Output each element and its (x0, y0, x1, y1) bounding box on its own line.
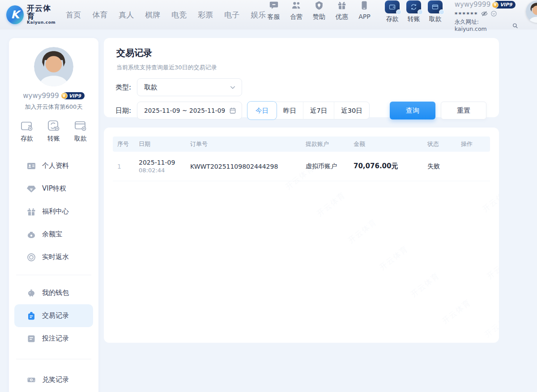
user-info-block: wywy9999 V VIP9 ****** 永久网址: kaiyun.com (455, 0, 519, 32)
topbar-withdraw-item[interactable]: 取款 (427, 0, 444, 23)
sidebar-item-transactions[interactable]: 交易记录 (14, 304, 93, 327)
card-outline-icon (74, 120, 87, 132)
sidebar-item-wallet[interactable]: 我的钱包 (9, 281, 98, 304)
app-download-label: APP (358, 13, 370, 20)
promotions-label: 优惠 (336, 13, 348, 21)
sidebar-item-bets[interactable]: 投注记录 (9, 327, 98, 350)
row-index: 1 (117, 163, 139, 170)
range-30days[interactable]: 近30日 (334, 102, 369, 119)
withdraw-badge-dot (439, 9, 444, 15)
sidebar-item-vip[interactable]: VIP特权 (9, 177, 98, 200)
range-today[interactable]: 今日 (247, 102, 277, 119)
col-account: 提款账户 (306, 140, 354, 148)
sidebar-item-label: 投注记录 (42, 334, 69, 343)
sidebar-quick-actions: 存款 转账 取款 (9, 120, 98, 143)
sidebar-item-label: 兑奖记录 (42, 375, 69, 384)
partnership-label: 合营 (290, 13, 303, 21)
col-date: 日期 (139, 140, 190, 148)
sidebar-transfer-action[interactable]: 转账 (47, 120, 60, 143)
money-pot-icon (27, 230, 36, 239)
nav-slots[interactable]: 电子 (224, 10, 239, 20)
table-header-row: 序号 日期 订单号 提款账户 金额 状态 操作 (113, 136, 490, 152)
partnership-item[interactable]: 合营 (289, 0, 304, 21)
phone-icon (359, 0, 369, 12)
chevron-down-icon (229, 84, 236, 91)
transfer-icon (406, 0, 421, 13)
app-download-item[interactable]: APP (357, 0, 372, 20)
topbar-deposit-item[interactable]: 存款 (384, 0, 401, 23)
calendar-icon[interactable] (229, 107, 236, 114)
sidebar-item-prizes[interactable]: 兑奖记录 (9, 368, 98, 391)
permanent-url-label: 永久网址: kaiyun.com (455, 18, 511, 32)
sidebar-item-profile[interactable]: 个人资料 (9, 154, 98, 177)
date-range-value: 2025-11-09 ~ 2025-11-09 (144, 107, 229, 114)
nav-entertainment[interactable]: 娱乐 (251, 10, 266, 20)
topbar: K 开云体育 Kaiyun.com 首页 体育 真人 棋牌 电竞 彩票 电子 娱… (0, 0, 537, 30)
query-button[interactable]: 查询 (390, 102, 435, 119)
sidebar-item-benefits[interactable]: 福利中心 (9, 200, 98, 223)
logo-name: 开云体育 (27, 4, 57, 21)
customer-service-label: 客服 (268, 13, 280, 21)
logo-k-icon: K (6, 5, 24, 24)
nav-lottery[interactable]: 彩票 (198, 10, 213, 20)
nav-sports[interactable]: 体育 (92, 10, 107, 20)
topbar-transfer-item[interactable]: 转账 (405, 0, 422, 23)
row-date: 2025-11-09 (139, 159, 190, 166)
sidebar-withdraw-action[interactable]: 取款 (74, 120, 87, 143)
sidebar-item-label: 实时返水 (42, 253, 69, 261)
menu-divider (16, 359, 91, 359)
sidebar-item-yuebao[interactable]: 余额宝 (9, 223, 98, 246)
watermark: 开云体育 (315, 190, 348, 219)
date-range-input[interactable]: 2025-11-09 ~ 2025-11-09 (137, 102, 242, 119)
sidebar-avatar[interactable] (34, 47, 73, 86)
nav-esports[interactable]: 电竞 (171, 10, 187, 20)
col-action: 操作 (461, 140, 490, 148)
sidebar-item-rebate[interactable]: 实时返水 (9, 246, 98, 268)
sidebar-deposit-action[interactable]: 存款 (21, 120, 33, 143)
vip-crown-icon: V (492, 1, 499, 8)
sidebar-item-label: 我的钱包 (42, 289, 69, 297)
vip-badge: V VIP9 (493, 1, 516, 9)
type-select[interactable]: 取款 (137, 78, 242, 96)
sidebar-username: wywy9999 (23, 92, 59, 100)
main-nav: 首页 体育 真人 棋牌 电竞 彩票 电子 娱乐 (66, 10, 266, 20)
people-icon (291, 0, 301, 12)
sidebar-item-label: 福利中心 (42, 207, 69, 216)
user-avatar[interactable] (526, 0, 537, 23)
deposit-badge-dot (396, 9, 401, 15)
customer-service-item[interactable]: 客服 (266, 0, 281, 21)
site-logo[interactable]: K 开云体育 Kaiyun.com (6, 4, 57, 25)
type-select-value: 取款 (144, 83, 229, 92)
col-index: 序号 (117, 140, 139, 148)
sidebar-item-label: 个人资料 (42, 162, 69, 170)
sidebar-vip-crown-icon: V (61, 93, 68, 99)
chat-bubble-icon (269, 0, 279, 12)
nav-live-casino[interactable]: 真人 (119, 10, 134, 20)
page-title: 交易记录 (104, 38, 499, 59)
range-yesterday[interactable]: 昨日 (277, 102, 303, 119)
refresh-circle-icon[interactable] (490, 10, 497, 17)
withdraw-icon (428, 0, 443, 13)
page-body: wywy9999 V VIP9 加入开云体育第600天 存款 转账 取款 (0, 30, 537, 392)
nav-home[interactable]: 首页 (66, 10, 81, 20)
wallet-outline-icon (21, 120, 33, 132)
watermark: 开云体育 (485, 252, 499, 281)
transfer-badge-dot (418, 9, 423, 15)
col-status: 状态 (427, 140, 461, 148)
username: wywy9999 (455, 0, 490, 9)
nav-board-games[interactable]: 棋牌 (145, 10, 160, 20)
page-subtitle: 当前系统支持查询最近30日的交易记录 (104, 59, 499, 72)
bet-record-icon (27, 334, 36, 343)
watermark: 开云体育 (377, 243, 410, 273)
promotions-item[interactable]: 优惠 (334, 0, 349, 21)
date-label: 日期: (115, 107, 136, 115)
records-table-card: 开云体育 开云体育 开云体育 开云体育 开云体育 开云体育 开云体育 开云体育 … (104, 128, 499, 343)
row-datetime: 2025-11-09 08:02:44 (139, 159, 190, 174)
watermark: 开云体育 (482, 311, 499, 340)
range-7days[interactable]: 近7日 (303, 102, 334, 119)
sponsorship-item[interactable]: 赞助 (311, 0, 327, 21)
sponsorship-label: 赞助 (313, 13, 325, 21)
reset-button[interactable]: 重置 (441, 102, 486, 119)
magnifier-icon[interactable] (512, 22, 518, 29)
eye-off-icon[interactable] (481, 10, 488, 17)
